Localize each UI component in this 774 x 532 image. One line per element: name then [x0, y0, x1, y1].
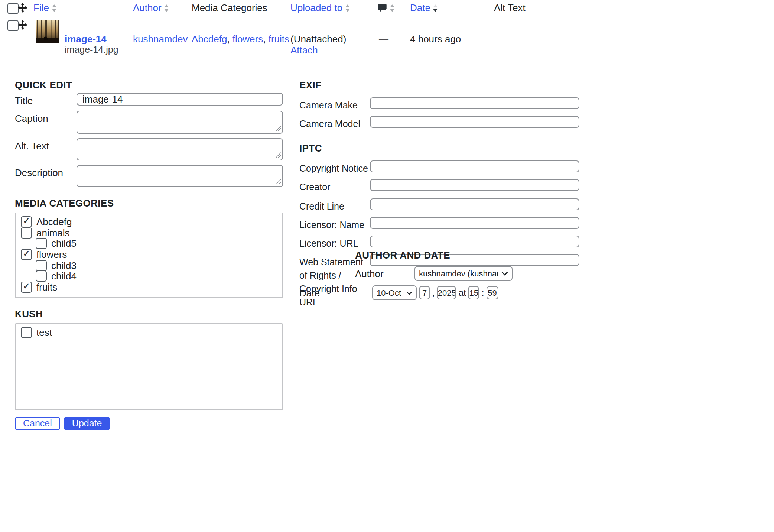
media-categories-links: Abcdefg flowers fruits: [192, 33, 289, 45]
author-select-value: kushnamdev (kushnamdev): [419, 269, 498, 278]
licensor-url-row: Licensor: URL: [299, 236, 579, 250]
category-item-animals[interactable]: animals: [16, 227, 282, 238]
creator-label: Creator: [299, 179, 370, 194]
licensor-name-input[interactable]: [370, 217, 579, 228]
copyright-notice-input[interactable]: [370, 161, 579, 173]
category-link[interactable]: fruits: [269, 33, 289, 45]
column-header-comments[interactable]: [377, 0, 394, 16]
update-button[interactable]: Update: [64, 417, 110, 430]
minute-input[interactable]: [486, 286, 498, 299]
category-checkbox-child3[interactable]: [36, 260, 47, 271]
category-label: fruits: [36, 282, 57, 293]
column-header-date-label: Date: [410, 2, 430, 13]
media-filename: image-14.jpg: [65, 45, 118, 55]
category-checkbox-Abcdefg[interactable]: [21, 216, 32, 227]
copyright-notice-label: Copyright Notice: [299, 161, 370, 176]
licensor-url-label: Licensor: URL: [299, 236, 370, 250]
category-item-test[interactable]: test: [16, 327, 282, 338]
title-input[interactable]: [77, 93, 283, 106]
author-label: Author: [355, 268, 412, 279]
row-select-checkbox[interactable]: [7, 20, 19, 31]
quick-edit-heading: QUICK EDIT: [15, 80, 283, 91]
column-header-file-label: File: [33, 2, 49, 13]
category-link[interactable]: flowers: [232, 33, 269, 45]
category-item-child5[interactable]: child5: [16, 238, 282, 249]
sort-arrows-icon: [52, 4, 56, 12]
category-item-fruits[interactable]: fruits: [16, 282, 282, 292]
metadata-panel: EXIF Camera Make Camera Model IPTC Copyr…: [299, 80, 579, 309]
alt-text-field-row: Alt. Text: [15, 138, 283, 160]
hour-input[interactable]: [468, 286, 479, 299]
camera-model-input[interactable]: [370, 116, 579, 128]
cancel-button[interactable]: Cancel: [15, 417, 60, 430]
caption-field-row: Caption: [15, 111, 283, 134]
column-header-author[interactable]: Author: [133, 0, 169, 16]
description-field-row: Description: [15, 165, 283, 187]
licensor-url-input[interactable]: [370, 236, 579, 247]
category-item-flowers[interactable]: flowers: [16, 249, 282, 260]
author-select[interactable]: kushnamdev (kushnamdev): [414, 266, 513, 281]
drag-handle-icon[interactable]: [18, 20, 27, 30]
title-field-row: Title: [15, 93, 283, 106]
media-table-row: image-14 image-14.jpg kushnamdev Abcdefg…: [0, 16, 774, 74]
category-label: animals: [36, 227, 70, 238]
day-input[interactable]: [419, 286, 430, 299]
category-checkbox-test[interactable]: [21, 327, 32, 338]
category-checkbox-animals[interactable]: [21, 227, 32, 238]
credit-line-row: Credit Line: [299, 198, 579, 213]
description-textarea[interactable]: [77, 165, 283, 187]
column-header-date[interactable]: Date: [410, 0, 438, 16]
author-row: Author kushnamdev (kushnamdev): [299, 266, 579, 281]
date-field-label: Date: [299, 287, 370, 298]
column-header-media-categories-label: Media Categories: [192, 2, 267, 13]
uploaded-to-value: (Unattached): [290, 33, 346, 45]
category-checkbox-child4[interactable]: [36, 271, 47, 282]
alt-text-textarea[interactable]: [77, 138, 283, 160]
camera-model-row: Camera Model: [299, 116, 579, 131]
category-item-Abcdefg[interactable]: Abcdefg: [16, 216, 282, 227]
category-label: flowers: [36, 249, 67, 260]
colon-text: :: [482, 288, 484, 298]
author-link[interactable]: kushnamdev: [133, 33, 188, 45]
category-label: child3: [51, 260, 77, 271]
kush-checklist: test: [15, 323, 283, 410]
title-label: Title: [15, 93, 77, 106]
sort-arrows-icon: [433, 4, 438, 12]
date-row: Date 10-Oct , at :: [299, 285, 579, 300]
camera-make-input[interactable]: [370, 97, 579, 109]
quick-edit-panel: QUICK EDIT Title Caption Alt. Text Descr…: [15, 80, 283, 430]
category-label: test: [36, 327, 52, 338]
category-checkbox-flowers[interactable]: [21, 249, 32, 260]
column-header-file[interactable]: File: [33, 0, 56, 16]
media-categories-heading: MEDIA CATEGORIES: [15, 198, 283, 210]
category-item-child4[interactable]: child4: [16, 271, 282, 282]
copyright-notice-row: Copyright Notice: [299, 161, 579, 176]
category-checkbox-child5[interactable]: [36, 238, 47, 249]
caption-textarea[interactable]: [77, 111, 283, 134]
category-link[interactable]: Abcdefg: [192, 33, 232, 45]
column-header-alt-text-label: Alt Text: [494, 2, 526, 13]
chevron-down-icon: [406, 291, 412, 295]
kush-heading: KUSH: [15, 308, 283, 320]
credit-line-input[interactable]: [370, 198, 579, 210]
sort-arrows-icon: [390, 4, 394, 12]
camera-make-row: Camera Make: [299, 97, 579, 112]
year-input[interactable]: [437, 286, 456, 299]
column-header-uploaded-to[interactable]: Uploaded to: [290, 0, 350, 16]
category-item-child3[interactable]: child3: [16, 260, 282, 271]
creator-row: Creator: [299, 179, 579, 194]
media-thumbnail[interactable]: [36, 20, 59, 43]
month-select-value: 10-Oct: [377, 288, 401, 297]
date-value: 4 hours ago: [410, 33, 461, 45]
comments-count-value: —: [379, 33, 388, 45]
creator-input[interactable]: [370, 179, 579, 191]
comment-bubble-icon: [377, 3, 387, 13]
media-library-quick-edit-page: File Author Media Categories Uploaded to…: [0, 0, 774, 532]
media-title-link[interactable]: image-14: [65, 33, 107, 45]
attach-link[interactable]: Attach: [290, 45, 318, 56]
iptc-heading: IPTC: [299, 143, 579, 155]
category-checkbox-fruits[interactable]: [21, 282, 32, 293]
media-categories-checklist: Abcdefganimalschild5flowerschild3child4f…: [15, 213, 283, 298]
select-all-checkbox[interactable]: [7, 3, 19, 14]
month-select[interactable]: 10-Oct: [372, 285, 417, 300]
